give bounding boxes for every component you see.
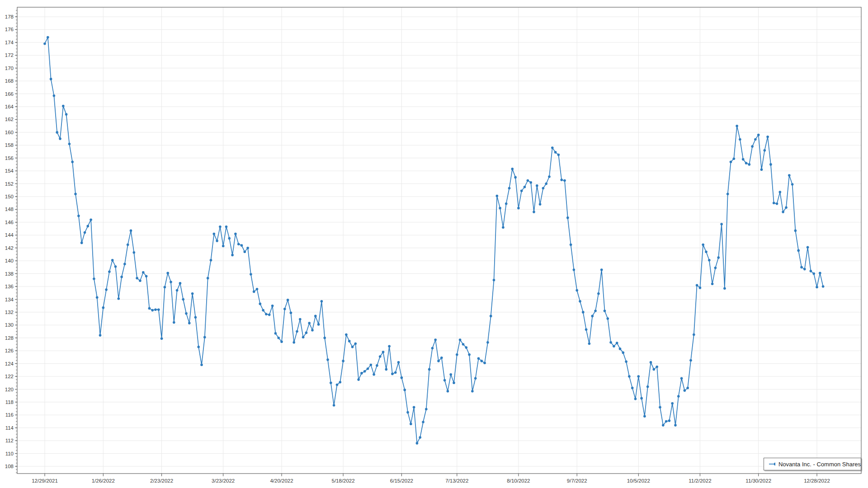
data-point[interactable]: 8/19/2022: 148.8 (539, 203, 542, 206)
data-point[interactable]: 2/25/2022: 138.1 (166, 272, 169, 274)
data-point[interactable]: 8/4/2022: 148.9 (505, 202, 508, 205)
data-point[interactable]: 11/9/2022: 138.9 (714, 267, 717, 269)
data-point[interactable]: 6/23/2022: 111.6 (416, 442, 419, 445)
data-point[interactable]: 2/9/2022: 141.3 (133, 251, 136, 254)
data-point[interactable]: 4/1/2022: 141.4 (244, 251, 246, 253)
data-point[interactable]: 3/1/2022: 130.4 (173, 321, 175, 324)
data-point[interactable]: 3/11/2022: 126.6 (197, 346, 200, 348)
data-point[interactable]: 8/23/2022: 152 (545, 183, 547, 185)
data-point[interactable]: 9/2/2022: 142.5 (570, 244, 572, 246)
data-point[interactable]: 3/9/2022: 134.9 (191, 292, 194, 295)
data-point[interactable]: 1/6/2022: 164.1 (62, 105, 65, 108)
data-point[interactable]: 6/30/2022: 126.4 (431, 347, 434, 350)
data-point[interactable]: 1/26/2022: 132.7 (102, 306, 105, 309)
data-point[interactable]: 7/26/2022: 124.1 (483, 361, 486, 364)
data-point[interactable]: 3/15/2022: 128.1 (203, 336, 206, 339)
data-point[interactable]: 4/6/2022: 135.2 (253, 291, 255, 293)
data-point[interactable]: 8/5/2022: 151.3 (508, 187, 511, 190)
data-point[interactable]: 7/21/2022: 121.7 (474, 377, 477, 380)
data-point[interactable]: 12/6/2022: 155 (769, 163, 772, 166)
data-point[interactable]: 9/12/2022: 129.3 (585, 328, 588, 331)
data-point[interactable]: 11/25/2022: 155 (748, 163, 751, 166)
data-point[interactable]: 10/12/2022: 123.1 (653, 368, 656, 371)
data-point[interactable]: 6/13/2022: 122.6 (394, 371, 397, 374)
data-point[interactable]: 8/22/2022: 151.3 (542, 187, 545, 190)
data-point[interactable]: 8/15/2022: 152.5 (527, 179, 529, 182)
data-point[interactable]: 4/12/2022: 131.7 (265, 313, 268, 315)
data-point[interactable]: 11/16/2022: 155.4 (730, 161, 732, 164)
data-point[interactable]: 3/21/2022: 143.1 (216, 239, 218, 242)
data-point[interactable]: 12/12/2022: 147.6 (782, 211, 784, 213)
data-point[interactable]: 11/18/2022: 161 (736, 125, 738, 127)
data-point[interactable]: 7/11/2022: 122.3 (449, 373, 452, 376)
data-point[interactable]: 5/5/2022: 131.4 (314, 315, 317, 318)
data-point[interactable]: 9/8/2022: 133.7 (579, 300, 581, 303)
data-point[interactable]: 4/13/2022: 131.6 (268, 314, 271, 316)
data-point[interactable]: 9/9/2022: 132 (582, 311, 585, 314)
data-point[interactable]: 10/5/2022: 122 (637, 375, 640, 378)
data-point[interactable]: 10/21/2022: 114.4 (674, 424, 677, 427)
data-point[interactable]: 11/23/2022: 155.2 (745, 162, 748, 164)
data-point[interactable]: 4/25/2022: 131.9 (290, 312, 292, 314)
data-point[interactable]: 5/9/2022: 133.7 (321, 300, 323, 303)
data-point[interactable]: 11/22/2022: 155.8 (742, 158, 745, 161)
data-point[interactable]: 8/31/2022: 152.5 (563, 179, 566, 182)
data-point[interactable]: 5/6/2022: 130.1 (317, 323, 320, 326)
data-point[interactable]: 5/23/2022: 126.6 (351, 346, 354, 348)
data-point[interactable]: 11/8/2022: 136.4 (711, 283, 714, 286)
data-point[interactable]: 2/2/2022: 134.1 (118, 297, 120, 300)
data-point[interactable]: 6/22/2022: 117.2 (413, 406, 415, 409)
data-point[interactable]: 2/23/2022: 127.9 (160, 337, 163, 340)
data-point[interactable]: 7/5/2022: 124.4 (437, 360, 440, 362)
data-point[interactable]: 1/19/2022: 145.4 (87, 225, 90, 228)
data-point[interactable]: 9/1/2022: 146.7 (566, 216, 569, 219)
data-point[interactable]: 6/15/2022: 121.8 (401, 376, 403, 379)
data-point[interactable]: 9/27/2022: 126.3 (619, 347, 622, 350)
data-point[interactable]: 11/28/2022: 157.8 (751, 145, 754, 148)
data-point[interactable]: 3/25/2022: 143.5 (228, 237, 231, 240)
data-point[interactable]: 9/15/2022: 132.2 (594, 310, 597, 312)
data-point[interactable]: 4/28/2022: 130.9 (299, 318, 302, 321)
data-point[interactable]: 11/3/2022: 142.5 (702, 244, 704, 246)
data-point[interactable]: 9/30/2022: 122 (628, 375, 631, 378)
data-point[interactable]: 2/4/2022: 139.5 (123, 263, 126, 266)
data-point[interactable]: 8/12/2022: 151.5 (524, 186, 526, 188)
data-point[interactable]: 3/8/2022: 130.3 (188, 322, 191, 324)
data-point[interactable]: 12/30/2021: 174.8 (47, 36, 49, 39)
data-point[interactable]: 7/25/2022: 124.4 (481, 360, 483, 362)
data-point[interactable]: 1/28/2022: 138.3 (108, 271, 111, 273)
data-point[interactable]: 6/14/2022: 124.2 (397, 361, 400, 364)
data-point[interactable]: 6/28/2022: 116.9 (425, 408, 428, 411)
data-point[interactable]: 7/1/2022: 127.7 (434, 338, 437, 341)
data-point[interactable]: 11/2/2022: 135.8 (699, 286, 702, 289)
data-point[interactable]: 8/9/2022: 153 (514, 176, 517, 179)
data-point[interactable]: 5/25/2022: 121.5 (357, 378, 360, 381)
data-point[interactable]: 5/12/2022: 121 (330, 382, 332, 385)
data-point[interactable]: 11/15/2022: 150.4 (726, 193, 729, 196)
data-point[interactable]: 6/17/2022: 116.4 (406, 411, 409, 414)
data-point[interactable]: 1/4/2022: 160 (56, 131, 58, 134)
data-point[interactable]: 6/21/2022: 114.6 (410, 422, 412, 425)
data-point[interactable]: 2/18/2022: 132.4 (154, 308, 157, 311)
data-point[interactable]: 1/14/2022: 142.8 (80, 242, 83, 244)
data-point[interactable]: 11/29/2022: 158.9 (754, 138, 757, 141)
data-point[interactable]: 4/29/2022: 128.1 (302, 336, 305, 339)
legend[interactable]: Novanta Inc. - Common Shares (764, 458, 861, 470)
data-point[interactable]: 1/24/2022: 134.3 (96, 296, 99, 299)
data-point[interactable]: 6/29/2022: 123.1 (428, 368, 431, 371)
data-point[interactable]: 3/3/2022: 136.5 (179, 282, 182, 285)
data-point[interactable]: 11/1/2022: 136.2 (696, 284, 698, 286)
data-point[interactable]: 6/9/2022: 126.7 (388, 345, 391, 347)
data-point[interactable]: 10/10/2022: 120.4 (646, 385, 649, 388)
data-point[interactable]: 6/6/2022: 125.1 (379, 355, 382, 358)
data-point[interactable]: 12/30/2022: 136 (822, 285, 825, 288)
data-point[interactable]: 9/6/2022: 138.6 (573, 268, 576, 271)
data-point[interactable]: 8/3/2022: 145.2 (502, 226, 505, 229)
data-point[interactable]: 12/31/2021: 168.3 (50, 78, 52, 80)
data-point[interactable]: 4/4/2022: 142 (246, 247, 249, 249)
data-point[interactable]: 8/30/2022: 152.6 (560, 178, 563, 181)
data-point[interactable]: 11/10/2022: 140.5 (717, 256, 720, 259)
data-point[interactable]: 9/16/2022: 134.9 (597, 292, 600, 295)
data-point[interactable]: 5/11/2022: 124.6 (326, 358, 329, 361)
data-point[interactable]: 1/12/2022: 150.4 (74, 193, 77, 196)
